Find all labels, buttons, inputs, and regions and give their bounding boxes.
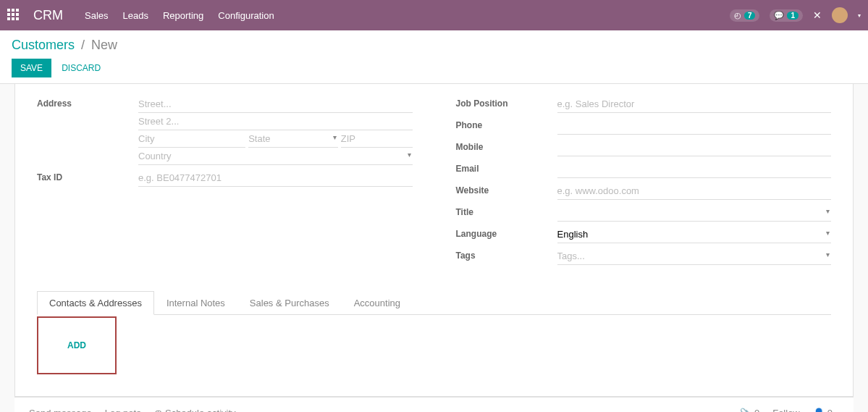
tags-input[interactable] bbox=[557, 248, 832, 265]
messages-button[interactable]: 💬 1 bbox=[770, 9, 803, 22]
activities-badge: 7 bbox=[744, 12, 756, 20]
apps-icon[interactable] bbox=[7, 9, 20, 22]
zip-input[interactable] bbox=[341, 130, 413, 148]
tab-sales-purchases[interactable]: Sales & Purchases bbox=[237, 291, 342, 315]
tab-contacts-addresses[interactable]: Contacts & Addresses bbox=[37, 291, 154, 315]
debug-icon[interactable]: ✕ bbox=[813, 9, 822, 21]
country-input[interactable] bbox=[138, 148, 413, 165]
jobposition-label: Job Position bbox=[456, 96, 557, 109]
chatter: Send message Log note ◷ Schedule activit… bbox=[14, 397, 854, 412]
add-contact-button[interactable]: ADD bbox=[37, 316, 117, 374]
phone-input[interactable] bbox=[557, 117, 832, 135]
follow-button[interactable]: Follow bbox=[772, 408, 800, 412]
attachments-button[interactable]: 📎 0 bbox=[740, 408, 759, 412]
tab-content: ADD bbox=[37, 315, 831, 374]
menu-sales[interactable]: Sales bbox=[85, 10, 109, 21]
address-label: Address bbox=[37, 96, 138, 109]
navbar-right: ◴ 7 💬 1 ✕ ▾ bbox=[730, 7, 861, 23]
log-note-button[interactable]: Log note bbox=[105, 408, 142, 412]
action-buttons: SAVE DISCARD bbox=[12, 59, 856, 83]
website-label: Website bbox=[456, 182, 557, 196]
followers-count: 0 bbox=[827, 408, 833, 412]
schedule-activity-button[interactable]: ◷ Schedule activity bbox=[154, 408, 235, 412]
tags-label: Tags bbox=[456, 248, 557, 261]
taxid-input[interactable] bbox=[138, 169, 413, 187]
title-input[interactable] bbox=[557, 204, 832, 222]
language-input[interactable] bbox=[557, 226, 832, 243]
jobposition-input[interactable] bbox=[557, 96, 832, 113]
form-sheet: Address Tax ID bbox=[14, 84, 854, 397]
title-label: Title bbox=[456, 204, 557, 217]
right-column: Job Position Phone Mobile Email Website bbox=[456, 96, 832, 269]
clock-icon: ◷ bbox=[154, 408, 162, 412]
chat-icon: 💬 bbox=[774, 11, 784, 20]
app-brand[interactable]: CRM bbox=[33, 8, 63, 23]
person-icon: 👤 bbox=[813, 408, 825, 412]
left-column: Address Tax ID bbox=[37, 96, 413, 269]
followers-button[interactable]: 👤 0 ▾ bbox=[813, 408, 839, 412]
messages-badge: 1 bbox=[787, 12, 799, 20]
avatar[interactable] bbox=[832, 7, 848, 23]
attachments-count: 0 bbox=[754, 408, 759, 412]
email-label: Email bbox=[456, 161, 557, 174]
paperclip-icon: 📎 bbox=[740, 408, 751, 412]
phone-label: Phone bbox=[456, 117, 557, 130]
street-input[interactable] bbox=[138, 96, 413, 113]
menu-configuration[interactable]: Configuration bbox=[218, 10, 274, 21]
send-message-button[interactable]: Send message bbox=[29, 408, 92, 412]
main-menu: Sales Leads Reporting Configuration bbox=[85, 10, 274, 21]
menu-leads[interactable]: Leads bbox=[123, 10, 148, 21]
clock-icon: ◴ bbox=[734, 11, 741, 20]
activities-button[interactable]: ◴ 7 bbox=[730, 9, 760, 22]
top-navbar: CRM Sales Leads Reporting Configuration … bbox=[0, 0, 868, 30]
menu-reporting[interactable]: Reporting bbox=[163, 10, 203, 21]
user-menu-caret-icon[interactable]: ▾ bbox=[858, 12, 861, 19]
language-label: Language bbox=[456, 226, 557, 239]
discard-button[interactable]: DISCARD bbox=[62, 63, 101, 73]
state-input[interactable] bbox=[248, 130, 338, 148]
control-panel: Customers / New SAVE DISCARD bbox=[0, 30, 868, 83]
city-input[interactable] bbox=[138, 130, 245, 148]
breadcrumb-current: New bbox=[91, 38, 117, 52]
tab-accounting[interactable]: Accounting bbox=[342, 291, 413, 315]
tabs: Contacts & Addresses Internal Notes Sale… bbox=[37, 291, 831, 315]
mobile-label: Mobile bbox=[456, 139, 557, 152]
taxid-label: Tax ID bbox=[37, 169, 138, 182]
breadcrumb: Customers / New bbox=[12, 38, 856, 53]
website-input[interactable] bbox=[557, 182, 832, 200]
street2-input[interactable] bbox=[138, 113, 413, 130]
tab-internal-notes[interactable]: Internal Notes bbox=[154, 291, 237, 315]
save-button[interactable]: SAVE bbox=[12, 59, 51, 77]
breadcrumb-parent[interactable]: Customers bbox=[12, 38, 75, 52]
mobile-input[interactable] bbox=[557, 139, 832, 156]
email-input[interactable] bbox=[557, 161, 832, 178]
chevron-down-icon: ▾ bbox=[835, 410, 839, 413]
